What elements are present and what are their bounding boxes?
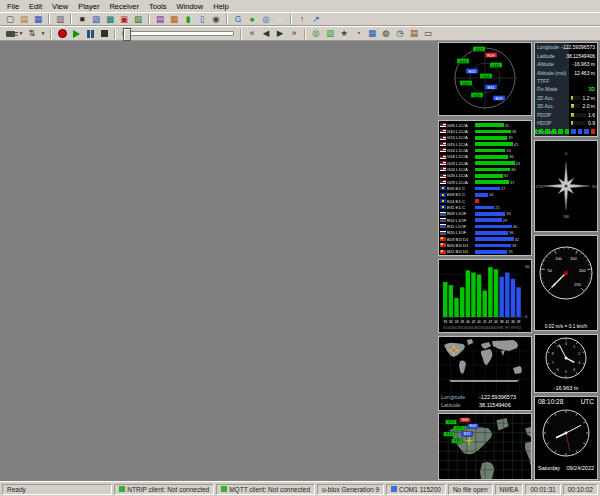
data-row-value: 2.0 m bbox=[582, 103, 595, 109]
menu-tools[interactable]: Tools bbox=[144, 1, 172, 12]
pause-button[interactable] bbox=[84, 28, 97, 40]
google-earth-button[interactable]: G bbox=[232, 13, 245, 25]
signal-sat-id: B22 B1I D1 bbox=[447, 249, 474, 254]
receiver-connect-dropdown[interactable]: ▼ bbox=[18, 28, 25, 40]
menu-view[interactable]: View bbox=[47, 1, 73, 12]
status-protocol[interactable]: NMEA bbox=[495, 484, 524, 495]
sky-view-widget[interactable]: G23R09G13G15E05G18G24E31G26B19 bbox=[438, 42, 532, 116]
menu-help[interactable]: Help bbox=[208, 1, 233, 12]
receiver-connect-button[interactable] bbox=[4, 28, 17, 40]
menu-edit[interactable]: Edit bbox=[24, 1, 47, 12]
step-forward-button[interactable]: ▶ bbox=[274, 28, 287, 40]
playback-position-slider[interactable] bbox=[122, 28, 234, 39]
toggle-docking-button[interactable]: ▭ bbox=[422, 28, 435, 40]
signal-cno-value: 39 bbox=[512, 243, 516, 248]
new-file-button[interactable]: ▢ bbox=[4, 13, 17, 25]
open-file-button[interactable]: ▤ bbox=[18, 13, 31, 25]
signal-sat-id: B19 B1I D1 bbox=[447, 237, 474, 242]
signal-bar bbox=[475, 237, 514, 241]
toggle-table-view-button[interactable]: ▤ bbox=[408, 28, 421, 40]
status-ready[interactable]: Ready bbox=[2, 484, 112, 495]
configuration-view-button[interactable]: ▧ bbox=[132, 13, 145, 25]
statistic-view-button[interactable]: ▤ bbox=[154, 13, 167, 25]
signal-sat-id: G24 L1C/A bbox=[447, 167, 474, 172]
menu-player[interactable]: Player bbox=[73, 1, 104, 12]
binary-console-button[interactable]: ■ bbox=[76, 13, 89, 25]
table-view-button[interactable]: ▦ bbox=[168, 13, 181, 25]
satellite-status-block bbox=[539, 129, 544, 134]
signal-sat-id: G29 L1C/A bbox=[447, 180, 474, 185]
menu-receiver[interactable]: Receiver bbox=[104, 1, 144, 12]
svg-text:G23: G23 bbox=[475, 47, 483, 52]
menu-window[interactable]: Window bbox=[172, 1, 209, 12]
cno-chart-widget[interactable]: 33G530G1018G1328G1544G1642G1840G2325G244… bbox=[438, 259, 532, 333]
baudrate-dropdown[interactable]: ▼ bbox=[40, 28, 47, 40]
status-mqtt[interactable]: MQTT client: Not connected bbox=[216, 484, 315, 495]
toggle-compass-button[interactable]: ★ bbox=[338, 28, 351, 40]
print-button[interactable]: ▥ bbox=[54, 13, 67, 25]
camera-view-button[interactable]: ◉ bbox=[210, 13, 223, 25]
record-button[interactable] bbox=[56, 28, 69, 40]
menu-file[interactable]: File bbox=[2, 1, 24, 12]
playback-position-slider-thumb[interactable] bbox=[123, 28, 131, 41]
speed-gauge-widget[interactable]: 050100150200250 0.02 m/s = 0.1 km/h bbox=[534, 235, 598, 331]
sky-satellite-G15: G15 bbox=[490, 63, 502, 68]
message-send-button[interactable]: ↗ bbox=[310, 13, 323, 25]
data-panel-widget[interactable]: Longitude-122.59396573Latitude38.1154940… bbox=[534, 42, 598, 137]
save-file-button[interactable]: ▦ bbox=[32, 13, 45, 25]
toggle-map-view-button[interactable]: ▦ bbox=[366, 28, 379, 40]
svg-text:2: 2 bbox=[578, 352, 580, 356]
toggle-altitude-view-button[interactable]: ◍ bbox=[380, 28, 393, 40]
baudrate-button[interactable]: ⇅ bbox=[26, 28, 39, 40]
toolbar-separator bbox=[114, 29, 116, 39]
signal-level-widget[interactable]: G05 L1C/A31G10 L1C/A39G13 L1C/A35G15 L1C… bbox=[438, 120, 532, 256]
status-ntrip[interactable]: NTRIP client: Not connected bbox=[114, 484, 214, 495]
us-flag-icon bbox=[440, 129, 446, 133]
chart-view-button[interactable]: ▮ bbox=[182, 13, 195, 25]
toggle-clock-view-button[interactable]: ◷ bbox=[394, 28, 407, 40]
status-file[interactable]: No file open bbox=[448, 484, 493, 495]
status-time-2[interactable]: 00:10:02 bbox=[563, 484, 598, 495]
data-row-value-area: 1.6 bbox=[569, 112, 597, 118]
signal-bar bbox=[475, 174, 503, 178]
toggle-sky-view-button[interactable]: ◎ bbox=[310, 28, 323, 40]
packet-console-button[interactable]: ▨ bbox=[90, 13, 103, 25]
mini-map-satellite-R09: R09 bbox=[460, 418, 471, 423]
signal-bar bbox=[475, 231, 508, 235]
speed-gauge-canvas: 050100150200250 bbox=[535, 236, 597, 318]
svg-text:18: 18 bbox=[455, 320, 459, 324]
svg-text:50: 50 bbox=[525, 264, 530, 269]
status-com-port[interactable]: COM1 115200 bbox=[386, 484, 446, 495]
text-console-button[interactable]: ▩ bbox=[104, 13, 117, 25]
stop-button[interactable] bbox=[98, 28, 111, 40]
signal-sat-id: G16 L1C/A bbox=[447, 148, 474, 153]
firmware-update-button[interactable]: ↑ bbox=[296, 13, 309, 25]
sky-view-button[interactable]: ○ bbox=[274, 13, 287, 25]
cno-bar-G29 bbox=[494, 269, 498, 317]
altimeter-widget[interactable]: 0123456789 -16.963 m bbox=[534, 334, 598, 393]
messages-view-button[interactable]: ▣ bbox=[118, 13, 131, 25]
status-generation[interactable]: u-blox Generation 9 bbox=[317, 484, 384, 495]
cno-chart-plot: 33G530G1018G1328G1544G1642G1840G2325G244… bbox=[439, 260, 531, 332]
clock-widget[interactable]: 08:10:28 UTC Saturday 09/24/2022 bbox=[534, 396, 598, 480]
signal-sat-id: G23 L1C/A bbox=[447, 161, 474, 166]
cn-flag-icon bbox=[440, 237, 446, 241]
compass-widget[interactable]: 090180270 bbox=[534, 140, 598, 232]
signal-sat-id: R20 L1OF bbox=[447, 230, 474, 235]
eu-flag-icon bbox=[440, 193, 446, 197]
signal-bar bbox=[475, 123, 504, 127]
play-button[interactable] bbox=[70, 28, 83, 40]
histogram-view-button[interactable]: ▯ bbox=[196, 13, 209, 25]
mini-map-widget[interactable]: G23R09G15E05G13B19G18 bbox=[438, 413, 532, 480]
step-back-button[interactable]: ◀ bbox=[260, 28, 273, 40]
toggle-signal-chart-button[interactable]: ▥ bbox=[324, 28, 337, 40]
status-time-1[interactable]: 00:01:31 bbox=[525, 484, 560, 495]
signal-cno-value: 21 bbox=[495, 205, 499, 210]
world-map-widget[interactable]: Longitude -122.59396573 Latitude 38.1154… bbox=[438, 336, 532, 411]
jump-start-button[interactable]: « bbox=[246, 28, 259, 40]
deviation-map-button[interactable]: ◎ bbox=[260, 13, 273, 25]
map-view-button[interactable]: ● bbox=[246, 13, 259, 25]
jump-end-button[interactable]: » bbox=[288, 28, 301, 40]
data-row-value-area: 2.0 m bbox=[569, 103, 597, 109]
toggle-speed-view-button[interactable]: ◔ bbox=[352, 28, 365, 40]
